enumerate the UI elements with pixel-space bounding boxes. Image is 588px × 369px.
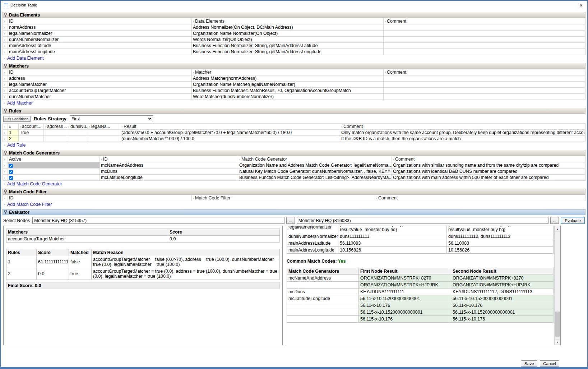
matcher-row[interactable]: › legalNameMatcher Organization Name Mat…	[3, 82, 585, 88]
second-node-match-code: KEY#DUNS111111112, DUNS111111113	[451, 289, 554, 295]
matcher-row[interactable]: › address Address Matcher(normAddress)	[3, 75, 585, 82]
matcher-row[interactable]: › accountGroupTargetMatcher Business Fun…	[3, 88, 585, 94]
rule-number-cell: 2	[8, 136, 19, 142]
column-header-data-elements[interactable]: ›Data Elements	[192, 18, 384, 24]
matchers-score-table: Matchers Score accountGroupTargetMatcher…	[6, 229, 280, 243]
active-checkbox[interactable]	[9, 164, 13, 168]
column-header-comment[interactable]: ›Comment	[392, 156, 585, 162]
scroll-down-icon[interactable]: ▼	[555, 339, 560, 345]
add-rule-link[interactable]: Add Rule	[7, 143, 26, 148]
add-match-code-filter-link[interactable]: Add Match Code Filter	[7, 202, 52, 207]
matcher-comment	[384, 94, 585, 100]
rule-row[interactable]: › 2 (dunsNumberMatcher*100.0) / 100.0 If…	[3, 136, 585, 142]
data-element-row[interactable]: › mainAddressLongitude Business Function…	[3, 49, 585, 55]
column-header-number[interactable]: #	[8, 124, 19, 130]
rules-strategy-select[interactable]: First	[70, 115, 153, 122]
match-code-generator-row[interactable]: › mcDuns Natural Key Match Code Generato…	[3, 169, 585, 175]
column-grip-icon: ›	[193, 20, 194, 23]
normalizer-result-row: dunsNumbersNormalizer duns111111111 duns…	[287, 233, 554, 240]
edit-conditions-button[interactable]: Edit Conditions	[3, 116, 31, 122]
column-header-account[interactable]: ›account...	[19, 124, 44, 130]
first-node-input[interactable]	[32, 217, 284, 224]
section-header-match-code-generators[interactable]: Match Code Generators	[3, 150, 585, 156]
matcher-row[interactable]: › dunsNumberMatcher Word Matcher(dunsNum…	[3, 94, 585, 100]
first-node-browse-button[interactable]: ...	[286, 217, 295, 224]
column-header-address[interactable]: ›address ...	[44, 124, 67, 130]
match-code-generator-row[interactable]: › mcNameAndAddress Organization Name and…	[3, 162, 585, 169]
row-handle-icon: ›	[4, 164, 5, 167]
normalizer-name: legalNameNormalizer	[287, 226, 338, 233]
first-node-value: 10.156826	[338, 247, 447, 254]
cancel-button[interactable]: Cancel	[540, 360, 559, 367]
evaluate-button[interactable]: Evaluate	[561, 217, 585, 224]
normalizer-results-table: legalNameNormalizer {sourceValue=Monster…	[287, 226, 554, 254]
mcg-header-row: › Active ›ID ›Match Code Generator ›Comm…	[3, 156, 585, 162]
column-header-comment[interactable]: ›Comment	[384, 69, 585, 75]
rule-score-row: 2 0.0 true accountGroupTargetMatcher = t…	[6, 268, 280, 280]
rule-address-cell	[44, 136, 67, 142]
column-header-duns[interactable]: ›dunsNu...	[67, 124, 88, 130]
data-element-row[interactable]: › normAddress Address Normalizer(On Obje…	[3, 24, 585, 31]
data-element-comment	[384, 31, 585, 37]
column-grip-icon: ›	[45, 125, 46, 129]
active-checkbox[interactable]	[9, 170, 13, 174]
row-handle-icon: ›	[4, 131, 5, 135]
column-header-comment[interactable]: ›Comment	[340, 124, 585, 130]
column-header-result[interactable]: ›Result	[120, 124, 340, 130]
data-element-row[interactable]: › mainAddressLatitude Business Function …	[3, 43, 585, 49]
save-button[interactable]: Save	[521, 360, 537, 367]
rule-number: 1	[6, 256, 37, 268]
column-header-id[interactable]: ID	[8, 69, 192, 75]
titlebar: Decision Table ×	[1, 1, 587, 9]
column-header-comment[interactable]: ›Comment	[384, 18, 585, 24]
active-cell	[8, 162, 100, 169]
row-handle-icon: ›	[4, 143, 5, 147]
add-matcher-link[interactable]: Add Matcher	[7, 101, 33, 106]
column-header-second-node-result: Second Node Result	[451, 268, 554, 275]
column-header-match-code-filter[interactable]: ›Match Code Filter	[192, 195, 375, 201]
column-header-id[interactable]: ID	[8, 195, 192, 201]
rule-result-cell: (dunsNumberMatcher*100.0) / 100.0	[120, 136, 340, 142]
add-data-element-link[interactable]: Add Data Element	[7, 56, 43, 61]
section-header-evaluator[interactable]: Evaluator	[3, 209, 585, 215]
add-match-code-generator-link[interactable]: Add Match Code Generator	[7, 181, 62, 186]
section-header-data-elements[interactable]: Data Elements	[3, 12, 585, 18]
section-header-matchers[interactable]: Matchers	[3, 63, 585, 69]
match-code-generators-table: › Active ›ID ›Match Code Generator ›Comm…	[3, 156, 585, 181]
match-code-generator-row[interactable]: › mcLatitudeLongitude Business Function …	[3, 175, 585, 181]
column-header-matcher[interactable]: ›Matcher	[192, 69, 384, 75]
data-element-row[interactable]: › legalNameNormalizer Organization Name …	[3, 31, 585, 37]
section-header-match-code-filter[interactable]: Match Code Filter	[3, 189, 585, 195]
scrollbar-thumb[interactable]	[555, 312, 560, 337]
column-header-comment[interactable]: ›Comment	[375, 195, 585, 201]
second-node-browse-button[interactable]: ...	[550, 217, 559, 224]
second-node-match-code: 56.115-x-10.176	[451, 316, 554, 323]
data-element-row[interactable]: › dunsNumbersNormalizer Words Normalizer…	[3, 37, 585, 43]
vertical-scrollbar[interactable]: ▲ ▼	[554, 226, 560, 345]
column-header-legal[interactable]: ›legalNa...	[88, 124, 120, 130]
row-handle-icon: ›	[4, 83, 5, 87]
first-node-match-code: KEY#DUNS111111111	[359, 289, 451, 295]
scroll-up-icon[interactable]: ▲	[555, 226, 560, 232]
mcg-comment: Organizations with similar sounding name…	[392, 162, 585, 169]
section-title: Rules	[9, 109, 21, 114]
rule-score: 61.111111111111114	[37, 256, 69, 268]
rule-legal-cell	[88, 130, 120, 136]
rule-account-cell	[19, 136, 44, 142]
mcg-name	[287, 302, 359, 309]
close-icon[interactable]: ×	[578, 3, 584, 8]
active-checkbox[interactable]	[9, 176, 13, 180]
final-score: Final Score: 0.0	[6, 282, 280, 289]
row-handle-icon: ›	[4, 44, 5, 48]
normalizer-name: dunsNumbersNormalizer	[287, 233, 338, 240]
column-header-id[interactable]: ›ID	[100, 156, 238, 162]
column-header-active[interactable]: Active	[8, 156, 100, 162]
column-header-match-code-generator[interactable]: ›Match Code Generator	[238, 156, 392, 162]
mcf-header-row: › ID ›Match Code Filter ›Comment	[3, 195, 585, 201]
second-node-input[interactable]	[297, 217, 548, 224]
rule-row[interactable]: › 1 True (address*50.0 + accountGroupTar…	[3, 130, 585, 136]
matchers-table: › ID ›Matcher ›Comment › address Address…	[3, 69, 585, 100]
column-header-id[interactable]: ID	[8, 18, 192, 24]
section-header-rules[interactable]: Rules	[3, 108, 585, 114]
row-handle-icon: ›	[4, 137, 5, 141]
